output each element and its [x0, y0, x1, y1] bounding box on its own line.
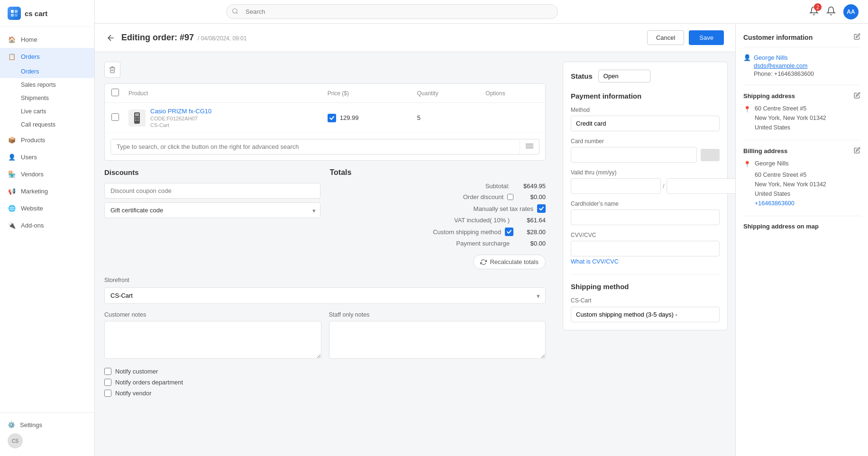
logo-icon — [8, 7, 21, 20]
page-subtitle: / 04/08/2024, 09:01 — [198, 35, 247, 42]
status-select-wrap: OpenProcessedCompleteDeclinedBackordered — [598, 70, 650, 82]
cardholder-label: Cardholder's name — [571, 201, 720, 207]
recalc-wrap: Recalculate totals — [330, 251, 546, 269]
shipping-section: Shipping method CS-Cart Custom shipping … — [571, 274, 720, 322]
recalculate-button[interactable]: Recalculate totals — [473, 255, 546, 269]
customer-name-link[interactable]: George Nills — [754, 54, 788, 61]
gift-cert-select[interactable]: Gift certificate code — [104, 202, 320, 218]
svg-rect-1 — [15, 10, 18, 13]
card-number-input[interactable] — [571, 147, 697, 163]
billing-address-edit-icon[interactable] — [854, 147, 860, 155]
payment-method-select[interactable]: Credit cardPayPalBank Transfer — [571, 116, 720, 131]
search-input[interactable] — [226, 4, 558, 19]
customer-phone-number: +16463863600 — [774, 71, 814, 77]
settings-label: Settings — [20, 421, 42, 429]
staff-notes-input[interactable] — [329, 321, 546, 359]
sidebar-item-vendors[interactable]: 🏪 Vendors — [0, 165, 94, 182]
sidebar-item-products[interactable]: 📦 Products — [0, 131, 94, 148]
customer-name-row: 👤 George Nills — [743, 54, 860, 61]
row-checkbox[interactable] — [111, 113, 119, 121]
user-avatar[interactable]: AA — [843, 4, 859, 19]
order-discount-checkbox[interactable] — [507, 194, 513, 200]
cancel-button[interactable]: Cancel — [647, 30, 684, 45]
back-button[interactable] — [106, 33, 116, 43]
customer-notes-group: Customer notes — [104, 311, 321, 360]
product-search-advanced-btn[interactable] — [520, 139, 539, 154]
sidebar-item-marketing[interactable]: 📢 Marketing — [0, 182, 94, 200]
sidebar-item-users[interactable]: 👤 Users — [0, 148, 94, 165]
sidebar-sub-shipments[interactable]: Shipments — [0, 91, 94, 105]
alerts-badge[interactable] — [826, 6, 836, 17]
sidebar-sub-orders[interactable]: Orders — [0, 65, 94, 78]
discounts-title: Discounts — [104, 168, 320, 176]
notify-customer-label: Notify customer — [115, 368, 158, 375]
price-checkbox[interactable] — [328, 114, 336, 122]
notify-orders-checkbox[interactable] — [104, 379, 111, 386]
status-payment-body: Status OpenProcessedCompleteDeclinedBack… — [563, 62, 727, 330]
sidebar-sub-live-carts[interactable]: Live carts — [0, 105, 94, 118]
logo-text: cs cart — [25, 9, 47, 18]
right-panel: Customer information 👤 George Nills dsds… — [735, 24, 868, 456]
save-button[interactable]: Save — [689, 30, 724, 45]
product-price-cell: 129.99 — [322, 103, 411, 133]
notify-customer-checkbox[interactable] — [104, 368, 111, 375]
users-icon: 👤 — [8, 153, 16, 161]
svg-rect-10 — [137, 119, 139, 121]
products-table: Product Price ($) Quantity Options — [105, 84, 545, 133]
topbar-actions: 2 AA — [809, 4, 859, 19]
page-body: Product Price ($) Quantity Options — [95, 52, 735, 456]
sidebar-item-vendors-label: Vendors — [21, 171, 44, 178]
vat-row: VAT included( 10% ) $61.64 — [330, 217, 546, 224]
select-all-checkbox[interactable] — [111, 89, 119, 96]
sidebar-avatar[interactable]: CS — [8, 433, 23, 448]
settings-icon: ⚙️ — [8, 421, 15, 429]
product-image — [128, 109, 146, 127]
shipping-title: Shipping method — [571, 283, 720, 291]
delete-button[interactable] — [104, 62, 120, 78]
valid-month-input[interactable] — [571, 178, 661, 194]
products-table-head: Product Price ($) Quantity Options — [105, 84, 545, 103]
tax-rates-checkbox[interactable] — [537, 204, 546, 213]
customer-email[interactable]: dsds@example.com — [754, 63, 860, 69]
cardholder-input[interactable] — [571, 210, 720, 225]
sidebar-sub-sales-reports[interactable]: Sales reports — [0, 78, 94, 91]
product-search-input[interactable] — [111, 139, 520, 154]
notify-vendor-checkbox[interactable] — [104, 390, 111, 397]
sidebar-item-website[interactable]: 🌐 Website — [0, 200, 94, 217]
payment-surcharge-value: $0.00 — [517, 240, 546, 247]
notifications-count: 2 — [814, 3, 822, 11]
svg-rect-6 — [135, 113, 139, 116]
svg-point-4 — [233, 9, 237, 13]
sidebar-sub-call-requests[interactable]: Call requests — [0, 118, 94, 131]
col-price: Price ($) — [322, 84, 411, 103]
cvv-input[interactable] — [571, 241, 720, 256]
product-info: Casio PRIZM fx-CG10 CODE:F01262AH0T CS-C… — [150, 108, 211, 128]
customer-notes-input[interactable] — [104, 321, 321, 359]
cvv-link[interactable]: What is CVV/CVC — [571, 258, 720, 265]
storefront-section: Storefront CS-Cart ▾ — [104, 277, 546, 304]
discounts-totals-section: Discounts Gift certificate code ▾ Totals… — [104, 168, 546, 269]
notify-vendor-label: Notify vendor — [115, 390, 152, 397]
product-code: CODE:F01262AH0T — [150, 116, 211, 121]
products-table-body: Casio PRIZM fx-CG10 CODE:F01262AH0T CS-C… — [105, 103, 545, 133]
sidebar-item-orders[interactable]: 📋 Orders — [0, 48, 94, 65]
svg-rect-8 — [137, 117, 139, 119]
status-select[interactable]: OpenProcessedCompleteDeclinedBackordered — [598, 70, 650, 82]
sidebar-item-home[interactable]: 🏠 Home — [0, 31, 94, 48]
valid-year-input[interactable] — [667, 178, 735, 194]
recalculate-label: Recalculate totals — [490, 258, 539, 265]
settings-item[interactable]: ⚙️ Settings — [8, 419, 87, 431]
shipping-method-select[interactable]: Custom shipping method (3-5 days) - — [571, 307, 720, 322]
cardholder-group: Cardholder's name — [571, 201, 720, 225]
custom-shipping-checkbox[interactable] — [505, 228, 513, 236]
product-name[interactable]: Casio PRIZM fx-CG10 — [150, 108, 211, 115]
gift-cert-select-wrap: Gift certificate code ▾ — [104, 202, 320, 218]
storefront-select[interactable]: CS-Cart — [104, 287, 546, 304]
status-label: Status — [571, 72, 593, 80]
customer-edit-icon[interactable] — [854, 33, 860, 41]
notifications-badge[interactable]: 2 — [809, 6, 819, 17]
billing-phone[interactable]: +16463863600 — [755, 199, 826, 208]
sidebar-item-addons[interactable]: 🔌 Add-ons — [0, 217, 94, 234]
shipping-address-edit-icon[interactable] — [854, 92, 860, 100]
coupon-code-input[interactable] — [104, 183, 320, 199]
